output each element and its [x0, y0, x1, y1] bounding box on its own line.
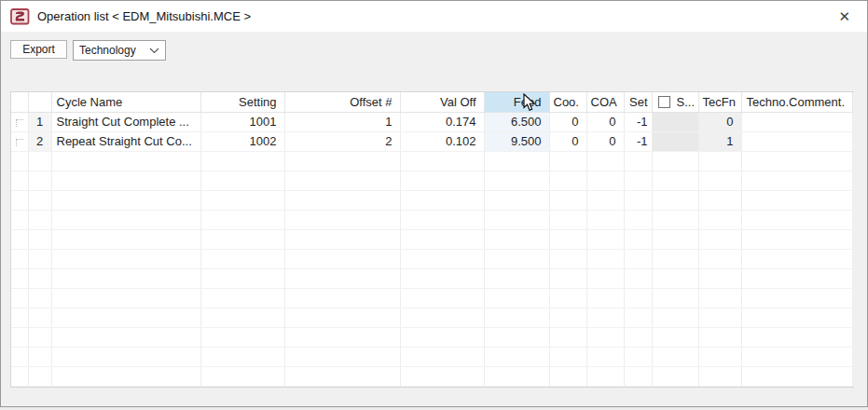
- empty-cell: [549, 308, 586, 327]
- empty-cell: [11, 229, 28, 249]
- empty-cell: [28, 171, 51, 190]
- empty-cell: [586, 171, 624, 190]
- empty-table-row: [11, 366, 852, 386]
- empty-cell: [624, 171, 652, 190]
- table-row: 2 Repeat Straight Cut Co... 1002 2 0.102…: [11, 131, 852, 151]
- empty-cell: [586, 210, 624, 229]
- row-number-cell[interactable]: 2: [28, 131, 51, 151]
- coa-cell[interactable]: 0: [586, 112, 624, 131]
- empty-table-row: [11, 210, 852, 229]
- setting-cell[interactable]: 1002: [200, 131, 284, 151]
- table-body: 1 Straight Cut Complete ... 1001 1 0.174…: [11, 112, 852, 386]
- select-all-checkbox[interactable]: [658, 96, 670, 108]
- empty-cell: [549, 366, 586, 386]
- row-number-cell[interactable]: 1: [28, 112, 51, 131]
- cycle-name-cell[interactable]: Repeat Straight Cut Co...: [51, 131, 200, 151]
- empty-cell: [698, 366, 741, 386]
- empty-cell: [549, 327, 586, 347]
- empty-cell: [698, 210, 741, 229]
- empty-cell: [698, 347, 741, 366]
- empty-cell: [741, 327, 852, 347]
- empty-cell: [11, 210, 28, 229]
- empty-cell: [284, 347, 400, 366]
- header-val-off[interactable]: Val Off: [400, 92, 484, 112]
- techno-comment-cell[interactable]: [741, 112, 852, 131]
- empty-cell: [698, 249, 741, 268]
- empty-cell: [200, 347, 284, 366]
- empty-cell: [549, 210, 586, 229]
- header-tecfn[interactable]: TecFn: [698, 92, 741, 112]
- empty-cell: [11, 308, 28, 327]
- tecfn-cell[interactable]: 1: [698, 131, 741, 151]
- val-off-cell[interactable]: 0.174: [400, 112, 484, 131]
- header-setting[interactable]: Setting: [200, 92, 284, 112]
- cycle-name-cell[interactable]: Straight Cut Complete ...: [51, 112, 200, 131]
- empty-cell: [51, 288, 200, 308]
- feed-cell[interactable]: 9.500: [484, 131, 549, 151]
- empty-cell: [400, 190, 484, 210]
- empty-cell: [51, 229, 200, 249]
- techno-comment-cell[interactable]: [741, 131, 852, 151]
- header-cycle-name[interactable]: Cycle Name: [51, 92, 200, 112]
- empty-cell: [200, 210, 284, 229]
- coo-cell[interactable]: 0: [549, 131, 586, 151]
- setting-cell[interactable]: 1001: [200, 112, 284, 131]
- header-feed[interactable]: Feed: [484, 92, 549, 112]
- feed-cell[interactable]: 6.500: [484, 112, 549, 131]
- set-cell[interactable]: -1: [624, 131, 652, 151]
- empty-cell: [652, 229, 698, 249]
- offset-cell[interactable]: 2: [284, 131, 400, 151]
- empty-cell: [652, 327, 698, 347]
- empty-cell: [624, 288, 652, 308]
- tecfn-cell[interactable]: 0: [698, 112, 741, 131]
- empty-table-row: [11, 151, 852, 171]
- set-cell[interactable]: -1: [624, 112, 652, 131]
- empty-cell: [400, 288, 484, 308]
- empty-cell: [652, 151, 698, 171]
- empty-cell: [484, 190, 549, 210]
- offset-cell[interactable]: 1: [284, 112, 400, 131]
- empty-cell: [51, 327, 200, 347]
- row-drag-handle[interactable]: [11, 112, 28, 131]
- empty-cell: [652, 308, 698, 327]
- empty-cell: [549, 229, 586, 249]
- empty-cell: [11, 327, 28, 347]
- empty-cell: [28, 347, 51, 366]
- header-coo[interactable]: Coo.: [549, 92, 586, 112]
- close-icon[interactable]: ✕: [831, 7, 858, 25]
- empty-cell: [200, 327, 284, 347]
- empty-cell: [11, 288, 28, 308]
- header-handle: [11, 92, 28, 112]
- app-logo-icon: [10, 8, 30, 25]
- header-techno-comment[interactable]: Techno.Comment.: [741, 92, 852, 112]
- header-coa[interactable]: COA: [586, 92, 624, 112]
- empty-cell: [284, 229, 400, 249]
- empty-cell: [624, 210, 652, 229]
- header-set[interactable]: Set: [624, 92, 652, 112]
- empty-cell: [698, 327, 741, 347]
- empty-cell: [400, 249, 484, 268]
- empty-cell: [11, 190, 28, 210]
- empty-cell: [624, 366, 652, 386]
- empty-table-row: [11, 288, 852, 308]
- empty-cell: [586, 288, 624, 308]
- val-off-cell[interactable]: 0.102: [400, 131, 484, 151]
- coa-cell[interactable]: 0: [586, 131, 624, 151]
- export-button[interactable]: Export: [10, 40, 67, 59]
- s-cell[interactable]: [652, 112, 698, 131]
- empty-cell: [400, 268, 484, 288]
- empty-cell: [28, 268, 51, 288]
- empty-cell: [741, 171, 852, 190]
- row-drag-handle[interactable]: [11, 131, 28, 151]
- empty-cell: [741, 151, 852, 171]
- coo-cell[interactable]: 0: [549, 112, 586, 131]
- empty-cell: [652, 210, 698, 229]
- empty-cell: [28, 190, 51, 210]
- empty-cell: [200, 249, 284, 268]
- empty-cell: [741, 210, 852, 229]
- technology-dropdown[interactable]: Technology: [73, 40, 166, 61]
- s-cell[interactable]: [652, 131, 698, 151]
- header-offset[interactable]: Offset #: [284, 92, 400, 112]
- empty-table-row: [11, 249, 852, 268]
- header-s[interactable]: S...: [652, 92, 698, 112]
